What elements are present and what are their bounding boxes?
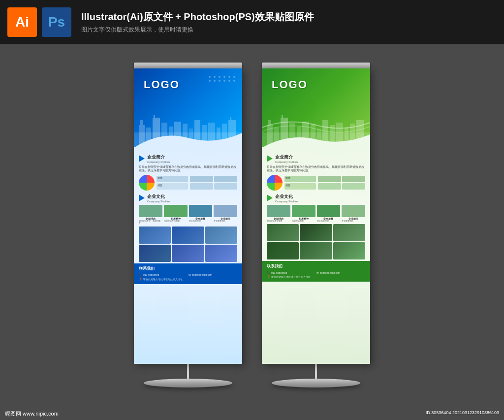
color-wheel-blue — [139, 175, 155, 191]
svg-rect-5 — [154, 115, 155, 118]
culture-img-2-green — [292, 205, 315, 217]
culture-text-2-blue: 拓展市场开拓创新 — [164, 220, 188, 223]
contact-title-green: 联系我们 — [267, 264, 365, 269]
watermark-left: 昵图网 www.nipic.com — [5, 410, 59, 418]
info-boxes-green — [318, 176, 365, 190]
contact-section-green: 联系我们 📞 010-88888888 📍 请在此处输入地址请在此处输入地址 — [262, 261, 370, 282]
culture-text-2-green: 拓展市场创新 — [292, 220, 315, 223]
flow-area-green: 优势 成品 — [267, 175, 365, 191]
photo-3-green — [333, 224, 365, 241]
section2-en-blue: Company Profiles — [147, 200, 170, 203]
wave-shape-blue — [134, 128, 242, 147]
photo-grid-blue — [139, 226, 237, 262]
banner-stand-green: LOGO 企业简介 Company Profiles — [262, 63, 370, 388]
section1-heading-blue: 企业简介 Company Profiles — [139, 154, 237, 163]
culture-text-1-blue: 我们提供专业、高效的服务 — [139, 220, 162, 225]
banner-base-green — [272, 379, 360, 388]
culture-img-3-blue — [189, 205, 213, 217]
photo-3-blue — [205, 226, 237, 244]
contact-title-blue: 联系我们 — [139, 266, 237, 271]
banner-top-bar-blue — [134, 63, 242, 68]
flow-item-1-blue: 优势 — [157, 176, 188, 182]
culture-img-2-blue — [164, 205, 188, 217]
banner-top-section-green: LOGO — [262, 68, 370, 147]
section1-en-green: Company Profiles — [275, 161, 298, 163]
flow-items-green: 优势 成品 — [284, 176, 316, 190]
culture-item-3-blue: 安全质量 安全质量保障 — [189, 205, 213, 225]
contact-phone1-green: 📞 010-88888888 — [267, 271, 311, 274]
banner-pole-blue — [187, 364, 189, 379]
photo-1-blue — [139, 226, 171, 244]
watermark: 昵图网 www.nipic.com ID:30536404 2021031232… — [0, 410, 504, 418]
banner-lower-green: 企业简介 Company Profiles 目前在智能安全领域普遍存在数据分散形… — [262, 147, 370, 364]
culture-img-3-green — [317, 205, 341, 217]
photo-6-green — [333, 242, 365, 259]
watermark-right: ID:30536404 2021031232910386103 — [426, 410, 499, 418]
banner-body-green: LOGO 企业简介 Company Profiles — [262, 68, 370, 364]
section1-desc-green: 目前在智能安全领域普遍存在数据分散形成孤岛、视频资源利用率低数据检索慢、缺乏深度… — [267, 165, 365, 173]
header-bar: Ai Ps Illustrator(Ai)原文件 + Photoshop(PS)… — [0, 0, 504, 44]
contact-email-blue: ✉ 8888888@qq.com — [189, 273, 212, 277]
culture-item-3-green: 安全质量 安全质量保障 — [317, 205, 341, 223]
color-wheel-green — [267, 175, 283, 191]
flow-area-blue: 优势 成品 — [139, 175, 237, 191]
photo-5-green — [300, 242, 332, 259]
ai-icon: Ai — [7, 7, 37, 37]
banner-top-section-blue: LOGO — [134, 68, 242, 147]
photo-4-green — [267, 242, 299, 259]
contact-section-blue: 联系我们 📞 010-88888888 📍 请在此处输入地址请在此处输入地址 — [134, 263, 242, 284]
contact-email-green: ✉ 8888888@qq.com — [316, 271, 340, 274]
section1-arrow-green — [267, 155, 273, 162]
culture-text-4-blue: 专业服务团队 — [214, 220, 237, 223]
culture-item-1-green: 创新理念 我们提供专业服务 — [267, 205, 290, 223]
header-title: Illustrator(Ai)原文件 + Photoshop(PS)效果贴图原件 — [81, 10, 314, 24]
section1-cn-green: 企业简介 — [275, 154, 298, 161]
header-subtitle: 图片文字仅供版式效果展示，使用时请更换 — [81, 26, 314, 34]
culture-grid-blue: 创新理念 我们提供专业、高效的服务 拓展精神 拓展市场开拓创新 安全质量 安全质… — [139, 205, 237, 225]
culture-text-1-green: 我们提供专业服务 — [267, 220, 290, 223]
green-logo: LOGO — [272, 78, 308, 91]
flow-item-2-blue: 成品 — [157, 183, 188, 190]
banner-stand-blue: LOGO 企业简介 Company Profiles — [134, 63, 242, 388]
culture-img-4-blue — [214, 205, 237, 217]
photo-5-blue — [172, 245, 204, 262]
section1-arrow-blue — [139, 155, 145, 162]
photo-grid-green — [267, 224, 365, 259]
section2-arrow-green — [267, 194, 273, 201]
contact-addr-blue: 📍 请在此处输入地址请在此处输入地址 — [139, 278, 183, 281]
section1-heading-green: 企业简介 Company Profiles — [267, 154, 365, 163]
banner-pole-green — [315, 364, 317, 379]
culture-img-1-blue — [139, 205, 162, 217]
culture-text-3-blue: 安全质量保障 — [189, 220, 213, 223]
culture-grid-green: 创新理念 我们提供专业服务 拓展精神 拓展市场创新 安全质量 安全质量保障 — [267, 205, 365, 223]
wave-shape-green — [262, 130, 370, 147]
culture-text-4-green: 专业服务团队 — [342, 220, 365, 223]
banner-lower-blue: 企业简介 Company Profiles 目前在智能安全领域普遍存在数据分散形… — [134, 147, 242, 364]
culture-item-4-blue: 企业服务 专业服务团队 — [214, 205, 237, 225]
culture-item-4-green: 企业服务 专业服务团队 — [342, 205, 365, 223]
contact-phone1-blue: 📞 010-88888888 — [139, 273, 183, 277]
section2-heading-blue: 企业文化 Company Profiles — [139, 194, 237, 203]
ps-icon: Ps — [42, 7, 71, 37]
banner-top-bar-green — [262, 63, 370, 68]
banner-body-blue: LOGO 企业简介 Company Profiles — [134, 68, 242, 364]
svg-rect-2 — [140, 120, 143, 125]
section2-cn-blue: 企业文化 — [147, 194, 170, 200]
photo-6-blue — [205, 245, 237, 262]
info-boxes-blue — [190, 176, 237, 190]
flow-item-1-green: 优势 — [284, 176, 316, 182]
culture-img-4-green — [342, 205, 365, 217]
section2-arrow-blue — [139, 194, 145, 201]
photo-1-green — [267, 224, 299, 241]
photo-4-blue — [139, 245, 171, 262]
section1-cn-blue: 企业简介 — [147, 154, 170, 161]
culture-item-2-green: 拓展精神 拓展市场创新 — [292, 205, 315, 223]
section1-en-blue: Company Profiles — [147, 161, 170, 163]
culture-item-2-blue: 拓展精神 拓展市场开拓创新 — [164, 205, 188, 225]
culture-img-1-green — [267, 205, 290, 217]
flow-item-2-green: 成品 — [284, 183, 316, 190]
main-area: LOGO 企业简介 Company Profiles — [0, 44, 504, 405]
header-text: Illustrator(Ai)原文件 + Photoshop(PS)效果贴图原件… — [81, 10, 314, 34]
contact-addr-green: 📍 请在此处输入地址请在此处输入地址 — [267, 275, 311, 279]
section2-heading-green: 企业文化 Company Profiles — [267, 194, 365, 203]
